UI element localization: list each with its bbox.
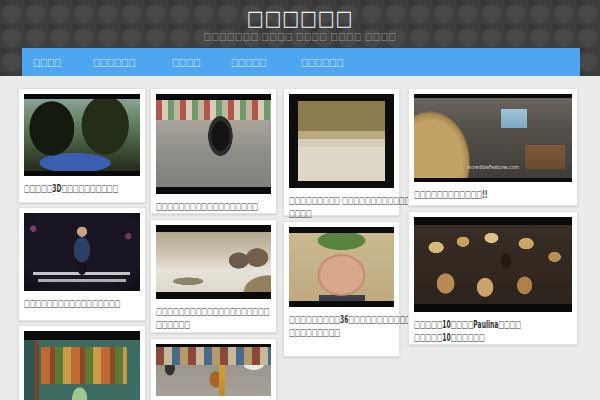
video-thumbnail-street-dog[interactable] [156,344,271,396]
video-thumbnail-girl-watching-tv[interactable]: IncredibleFeatures.com [414,94,572,182]
video-caption: □□□□□□□□□□□□□□□□□□□□ □□□□□□ [156,305,271,331]
video-card-street-dog[interactable] [150,338,277,400]
video-caption: □□□□□3D□□□□□□□□□□ [24,182,140,195]
video-card-king-kong-3d[interactable]: □□□□□3D□□□□□□□□□□ [18,88,146,203]
nav-item-label: □□□□ [172,57,200,68]
nav-item-3[interactable]: □□□□ [161,48,221,76]
video-caption: □□□□□□□□□ □□□□□□□□□□□□ □□□□ [289,194,394,220]
caption-line: □□□□□□□□□□□□□□□□□□ [156,200,225,213]
nav-item-label: □□□□ [33,57,61,68]
nav-item-label: □□□□□□ [93,57,136,68]
caption-line: □□□□ [289,207,352,220]
nav-item-5[interactable]: □□□□□□ [290,48,369,76]
nav-item-label: □□□□□□ [301,57,344,68]
video-card-gallery-painting[interactable] [18,325,146,400]
video-thumbnail-girl-drummer[interactable] [414,217,572,312]
video-caption: □□□□□□□□□□□□□□□□□□ [156,200,271,213]
video-card-girl-drummer[interactable]: □□□□□10□□□□Paulina□□□□ □□□□□10□□□□□□ [408,211,578,345]
main-nav: □□□□ □□□□□□ □□□□ □□□□□ □□□□□□ [22,48,580,76]
caption-line: □□□□□□ [156,318,225,331]
video-thumbnail-king-kong-ride[interactable] [24,94,140,176]
caption-line: □□□□□3D□□□□□□□□□□ [24,182,94,195]
nav-item-2[interactable]: □□□□□□ [82,48,161,76]
site-title[interactable]: □□□□□□ [45,6,555,30]
caption-line: □□□□□□□□□□□□□□□□□ [24,297,94,310]
nav-item-label: □□□□□ [231,57,266,68]
video-card-cat-stairs[interactable]: □□□□□□□□□ □□□□□□□□□□□□ □□□□ [283,88,400,216]
video-caption: □□□□□□□□□□□□!! [414,188,572,201]
video-thumbnail-wildebeest-cliff[interactable] [156,225,271,299]
video-caption: □□□□□□□□□36□□□□□□□□□□□□ □□□□□□□□□ [289,313,394,339]
video-card-comedian[interactable]: □□□□□□□□□□□□□□□□□ [18,207,146,321]
video-thumbnail-comedian-stage[interactable] [24,213,140,291]
caption-line: □□□□□□□□□36□□□□□□□□□□□□ [289,313,352,326]
caption-line: □□□□□□□□□□□□!! [414,188,509,201]
nav-item-1[interactable]: □□□□ [22,48,82,76]
video-thumbnail-cat-on-stairs[interactable] [289,94,394,188]
site-subtitle: □□□□□□□ □□□□ □□□□ □□□□ □□□□ [75,31,525,42]
video-caption: □□□□□□□□□□□□□□□□□ [24,297,140,310]
nav-item-4[interactable]: □□□□□ [220,48,289,76]
caption-line: □□□□□□□□□ [289,326,352,339]
thumbnail-watermark: IncredibleFeatures.com [467,165,518,170]
video-card-motorcycle-stunt[interactable]: □□□□□□□□□□□□□□□□□□ [150,88,277,214]
video-thumbnail-motorcycle-stunt[interactable] [156,94,271,194]
video-card-girl-watching-tv[interactable]: IncredibleFeatures.com □□□□□□□□□□□□!! [408,88,578,206]
caption-line: □□□□□□□□□□□□□□□□□□□□ [156,305,225,318]
video-caption: □□□□□10□□□□Paulina□□□□ □□□□□10□□□□□□ [414,318,572,344]
caption-line: □□□□□□□□□ □□□□□□□□□□□□ [289,194,352,207]
video-thumbnail-gallery-painting[interactable] [24,331,140,400]
video-card-wildebeest[interactable]: □□□□□□□□□□□□□□□□□□□□ □□□□□□ [150,219,277,333]
video-card-pregnant-belly[interactable]: □□□□□□□□□36□□□□□□□□□□□□ □□□□□□□□□ [283,221,400,357]
caption-line: □□□□□10□□□□□□ [414,331,509,344]
video-thumbnail-pregnant-belly[interactable] [289,227,394,307]
caption-line: □□□□□10□□□□Paulina□□□□ [414,318,509,331]
